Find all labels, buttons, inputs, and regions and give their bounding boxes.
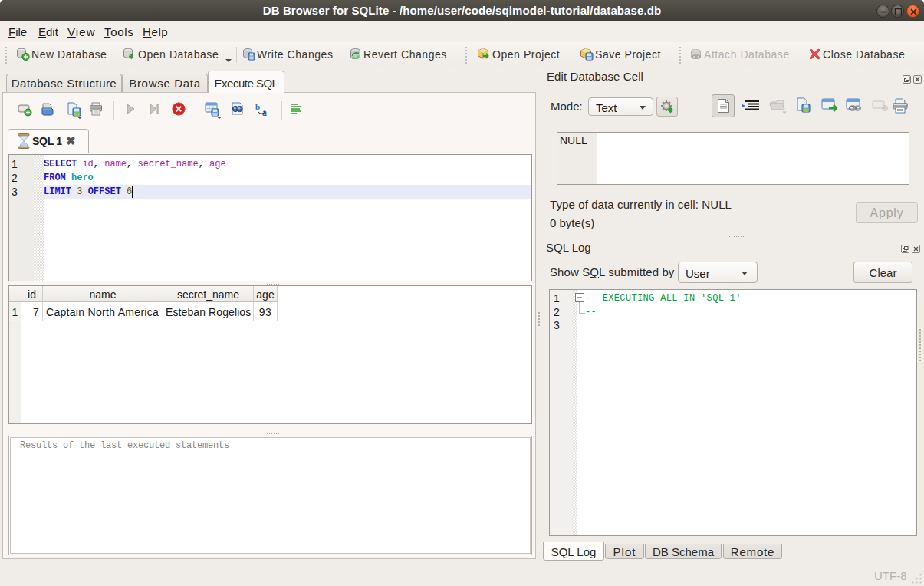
svg-text:b: b xyxy=(255,102,260,111)
